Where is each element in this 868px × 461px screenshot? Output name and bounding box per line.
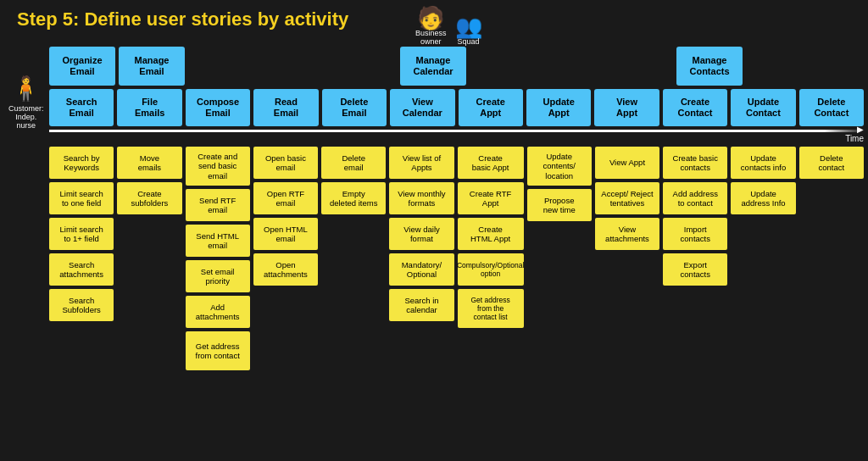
col-compose-email-tasks: Create andsend basicemail Send RTFemail … [186, 147, 250, 370]
task-move-emails: Moveemails [117, 147, 181, 179]
task-view-attachments: Viewattachments [595, 218, 659, 250]
story-create-appt: CreateAppt [459, 89, 523, 126]
col-create-contact-tasks: Create basiccontacts Add addressto conta… [663, 147, 727, 370]
task-delete-contact: Deletecontact [799, 147, 864, 179]
task-mandatory-optional: Mandatory/Optional [389, 253, 453, 286]
task-view-daily: View dailyformat [389, 218, 453, 250]
col-view-calendar-tasks: View list ofAppts View monthlyformats Vi… [389, 147, 453, 370]
task-create-send-basic: Create andsend basicemail [186, 147, 250, 186]
story-update-appt: UpdateAppt [526, 89, 591, 126]
task-get-address-contact-list: Get addressfrom thecontact list [458, 289, 524, 328]
story-search-email: SearchEmail [49, 89, 114, 126]
tasks-row: Search byKeywords Limit searchto one fie… [49, 147, 864, 370]
task-create-basic-appt: Createbasic Appt [458, 147, 524, 179]
task-open-rtf-email: Open RTFemail [253, 182, 318, 214]
swimlane: OrganizeEmail ManageEmail ManageCalendar… [49, 47, 864, 370]
task-limit-search-one: Limit searchto one field [49, 182, 114, 214]
task-create-html-appt: CreateHTML Appt [458, 218, 524, 250]
task-compulsory-option: Compulsory/Optionaloption [458, 253, 524, 286]
task-search-attachments: Searchattachments [49, 253, 114, 286]
col-view-appt-tasks: View Appt Accept/ Rejecttentatives Viewa… [595, 147, 659, 370]
timeline-bar [49, 130, 864, 132]
story-compose-email: ComposeEmail [186, 89, 250, 126]
task-limit-search-multi: Limit searchto 1+ field [49, 218, 114, 250]
task-view-list-appts: View list ofAppts [389, 147, 453, 179]
task-add-address: Add addressto contact [663, 182, 727, 214]
col-create-appt-tasks: Createbasic Appt Create RTFAppt CreateHT… [458, 147, 524, 370]
task-update-address-info: Updateaddress Info [731, 182, 795, 214]
task-view-appt: View Appt [595, 147, 659, 179]
task-create-rtf-appt: Create RTFAppt [458, 182, 524, 214]
task-view-monthly: View monthlyformats [389, 182, 453, 214]
task-update-contacts-info: Updatecontacts info [731, 147, 795, 179]
task-get-address-contact: Get addressfrom contact [186, 331, 250, 370]
task-accept-reject: Accept/ Rejecttentatives [595, 182, 659, 214]
epic-manage-calendar: ManageCalendar [400, 47, 466, 86]
epic-manage-contacts: ManageContacts [676, 47, 743, 86]
task-delete-email: Deleteemail [321, 147, 386, 179]
timeline-label: Time [49, 134, 864, 143]
story-read-email: ReadEmail [253, 89, 318, 126]
col-read-email-tasks: Open basicemail Open RTFemail Open HTMLe… [253, 147, 318, 370]
story-file-emails: FileEmails [117, 89, 181, 126]
story-view-calendar: ViewCalendar [390, 89, 454, 126]
task-set-priority: Set emailpriority [186, 260, 250, 292]
task-create-basic-contacts: Create basiccontacts [663, 147, 727, 179]
task-export-contacts: Exportcontacts [663, 253, 727, 286]
task-import-contacts: Importcontacts [663, 218, 727, 250]
task-create-subfolders: Createsubfolders [117, 182, 181, 214]
task-search-keywords: Search byKeywords [49, 147, 114, 179]
persona-squad: 👥 Squad [455, 15, 482, 46]
task-send-rtf: Send RTFemail [186, 189, 250, 221]
task-search-subfolders: SearchSubfolders [49, 289, 114, 321]
task-open-basic-email: Open basicemail [253, 147, 318, 179]
epic-organize-email: OrganizeEmail [49, 47, 115, 86]
stories-row: SearchEmail FileEmails ComposeEmail Read… [49, 89, 864, 126]
task-add-attachments: Addattachments [186, 296, 250, 328]
story-update-contact: UpdateContact [731, 89, 795, 126]
personas-area: 🧑 Businessowner 👥 Squad [415, 7, 482, 46]
epic-manage-email: ManageEmail [119, 47, 185, 86]
col-update-appt-tasks: Updatecontents/location Proposenew time [527, 147, 592, 370]
col-file-emails-tasks: Moveemails Createsubfolders [117, 147, 181, 370]
task-send-html: Send HTMLemail [186, 225, 250, 257]
story-view-appt: ViewAppt [594, 89, 659, 126]
task-propose-new-time: Proposenew time [527, 189, 592, 221]
epic-spacer1 [188, 47, 397, 86]
task-search-calendar: Search incalendar [389, 289, 453, 321]
story-delete-email: DeleteEmail [322, 89, 387, 126]
epics-row: OrganizeEmail ManageEmail ManageCalendar… [49, 47, 864, 86]
col-update-contact-tasks: Updatecontacts info Updateaddress Info [731, 147, 795, 370]
col-delete-email-tasks: Deleteemail Emptydeleted items [321, 147, 386, 370]
col-delete-contact-tasks: Deletecontact [799, 147, 864, 370]
customer-persona: 🧍 Customer:Indep.nurse [8, 75, 44, 130]
task-empty-deleted: Emptydeleted items [321, 182, 386, 214]
epic-spacer2 [470, 47, 673, 86]
story-delete-contact: DeleteContact [799, 89, 864, 126]
persona-business-owner: 🧑 Businessowner [415, 7, 447, 46]
task-open-html-email: Open HTMLemail [253, 218, 318, 250]
task-open-attachments: Openattachments [253, 253, 318, 286]
col-search-email-tasks: Search byKeywords Limit searchto one fie… [49, 147, 114, 370]
task-update-contents: Updatecontents/location [527, 147, 592, 186]
story-create-contact: CreateContact [663, 89, 727, 126]
